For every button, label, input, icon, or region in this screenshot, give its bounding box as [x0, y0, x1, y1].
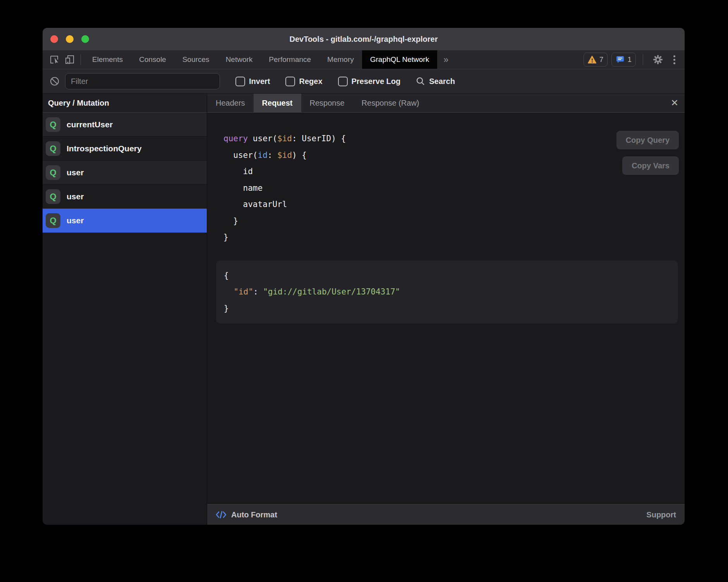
checkbox-label: Regex: [299, 77, 322, 86]
checkbox-label: Invert: [249, 77, 270, 86]
query-name-label: currentUser: [67, 120, 113, 129]
code-line: user(id: $id) {: [223, 147, 685, 164]
query-list-header: Query / Mutation: [43, 94, 207, 113]
detail-tab-request[interactable]: Request: [254, 94, 301, 112]
code-line: id: [223, 163, 685, 180]
query-list-item-currentUser[interactable]: QcurrentUser: [43, 113, 207, 137]
more-options-icon[interactable]: [670, 55, 679, 64]
settings-gear-icon[interactable]: [653, 55, 663, 65]
main-tab-network[interactable]: Network: [218, 50, 261, 69]
warning-icon: [588, 56, 596, 63]
auto-format-icon[interactable]: [216, 510, 227, 519]
detail-tab-bar: HeadersRequestResponseResponse (Raw) ✕: [207, 94, 685, 113]
search-icon: [416, 77, 425, 86]
filter-bar: InvertRegexPreserve Log Search: [43, 69, 685, 94]
query-name-label: user: [67, 192, 84, 201]
variables-code: { "id": "gid://gitlab/User/13704317"}: [224, 267, 670, 317]
close-panel-icon[interactable]: ✕: [671, 98, 678, 108]
code-line: }: [223, 213, 685, 229]
search-toggle[interactable]: Search: [416, 77, 455, 86]
checkbox-preserve-log[interactable]: Preserve Log: [338, 77, 401, 86]
search-label: Search: [429, 77, 455, 86]
inspect-element-icon[interactable]: [49, 55, 59, 65]
main-tab-sources[interactable]: Sources: [174, 50, 218, 69]
main-tab-console[interactable]: Console: [131, 50, 174, 69]
query-list-item-user[interactable]: Quser: [43, 161, 207, 185]
main-tab-performance[interactable]: Performance: [261, 50, 319, 69]
traffic-lights: [50, 35, 89, 43]
code-line: }: [223, 229, 685, 246]
chat-bubble-icon: [616, 56, 624, 63]
copy-vars-button[interactable]: Copy Vars: [622, 156, 679, 175]
main-tab-elements[interactable]: Elements: [84, 50, 131, 69]
toolbar-divider: [81, 54, 81, 65]
request-content: query user($id: UserID) { user(id: $id) …: [207, 113, 685, 504]
query-type-badge: Q: [46, 141, 60, 156]
auto-format-label[interactable]: Auto Format: [231, 510, 277, 519]
toolbar-right: 7 1: [584, 53, 685, 67]
title-bar: DevTools - gitlab.com/-/graphql-explorer: [43, 28, 685, 50]
toolbar-divider: [643, 54, 643, 65]
screen: DevTools - gitlab.com/-/graphql-explorer…: [0, 0, 728, 582]
device-toolbar-icon[interactable]: [65, 55, 75, 65]
graphql-query-code: query user($id: UserID) { user(id: $id) …: [223, 130, 685, 246]
query-name-label: IntrospectionQuery: [67, 144, 142, 153]
checkbox-box[interactable]: [235, 77, 245, 86]
detail-tab-headers[interactable]: Headers: [207, 94, 254, 112]
query-type-badge: Q: [46, 165, 60, 180]
query-type-badge: Q: [46, 189, 60, 204]
query-list-panel: Query / Mutation QcurrentUserQIntrospect…: [43, 94, 207, 525]
detail-tab-response[interactable]: Response: [301, 94, 353, 112]
support-link[interactable]: Support: [646, 510, 676, 519]
query-list-item-IntrospectionQuery[interactable]: QIntrospectionQuery: [43, 137, 207, 161]
main-tabs: ElementsConsoleSourcesNetworkPerformance…: [84, 50, 437, 69]
query-list-item-user[interactable]: Quser: [43, 209, 207, 233]
checkbox-regex[interactable]: Regex: [285, 77, 322, 86]
code-line: name: [223, 180, 685, 197]
clear-block-icon[interactable]: [50, 76, 60, 86]
copy-query-button[interactable]: Copy Query: [616, 131, 679, 149]
message-count: 1: [627, 55, 632, 64]
query-name-label: user: [67, 168, 84, 177]
detail-tab-response-raw-[interactable]: Response (Raw): [353, 94, 428, 112]
zoom-window-button[interactable]: [81, 35, 89, 43]
query-type-badge: Q: [46, 213, 60, 228]
code-line: "id": "gid://gitlab/User/13704317": [224, 284, 670, 300]
query-type-badge: Q: [46, 117, 60, 132]
query-list-item-user[interactable]: Quser: [43, 185, 207, 209]
code-line: }: [224, 300, 670, 317]
detail-tabs: HeadersRequestResponseResponse (Raw): [207, 94, 428, 112]
code-line: {: [224, 267, 670, 284]
window-title: DevTools - gitlab.com/-/graphql-explorer: [289, 35, 438, 44]
filter-input[interactable]: [65, 73, 220, 89]
checkbox-invert[interactable]: Invert: [235, 77, 270, 86]
query-list: QcurrentUserQIntrospectionQueryQuserQuse…: [43, 113, 207, 233]
code-line: avatarUrl: [223, 196, 685, 213]
minimize-window-button[interactable]: [66, 35, 74, 43]
panel-split: Query / Mutation QcurrentUserQIntrospect…: [43, 94, 685, 525]
code-line: query user($id: UserID) {: [223, 130, 685, 147]
close-window-button[interactable]: [50, 35, 58, 43]
main-tab-memory[interactable]: Memory: [319, 50, 362, 69]
detail-footer: Auto Format Support: [207, 504, 685, 525]
variables-panel: { "id": "gid://gitlab/User/13704317"}: [216, 260, 678, 324]
main-tab-graphql-network[interactable]: GraphQL Network: [362, 50, 437, 69]
checkbox-box[interactable]: [285, 77, 295, 86]
query-list-empty-area: [43, 233, 207, 525]
messages-badge[interactable]: 1: [611, 53, 636, 67]
request-detail-panel: HeadersRequestResponseResponse (Raw) ✕ q…: [207, 94, 685, 525]
issues-warning-badge[interactable]: 7: [584, 53, 608, 67]
main-tab-bar: ElementsConsoleSourcesNetworkPerformance…: [43, 50, 685, 69]
checkbox-label: Preserve Log: [352, 77, 401, 86]
checkbox-box[interactable]: [338, 77, 348, 86]
warning-count: 7: [599, 55, 604, 64]
devtools-window: DevTools - gitlab.com/-/graphql-explorer…: [43, 28, 685, 525]
more-tabs-button[interactable]: »: [437, 55, 455, 65]
filter-checkboxes: InvertRegexPreserve Log: [220, 77, 400, 86]
query-name-label: user: [67, 216, 84, 225]
